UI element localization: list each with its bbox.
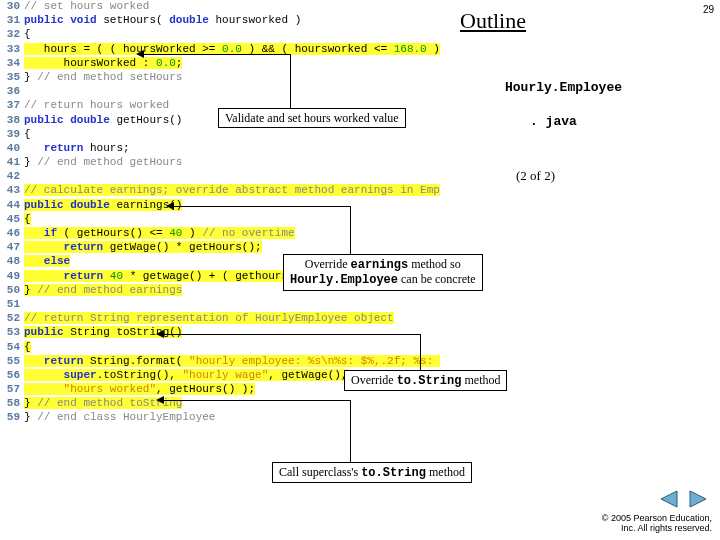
callout-text: can be concrete [398,272,476,286]
code-text: hoursWorked : 0.0; [24,57,182,69]
code-text: { [24,28,31,40]
code-text: return String.format( "hourly employee: … [24,355,486,367]
code-line: 54{ [0,341,440,355]
line-number: 33 [0,43,24,55]
arrow-head-icon [136,50,144,58]
code-line: 51 [0,298,440,312]
callout-arrow [350,206,351,254]
file-extension-label: . java [530,114,577,129]
callout-text: Override [305,257,351,271]
line-number: 56 [0,369,24,381]
code-text: super.toString(), "hourly wage", getWage… [24,369,348,381]
code-line: 32{ [0,28,440,42]
line-number: 51 [0,298,24,310]
code-line: 36 [0,85,440,99]
code-line: 59} // end class HourlyEmployee [0,411,440,425]
slide-number: 29 [703,4,714,15]
code-text: "hours worked", getHours() ); [24,383,255,395]
line-number: 36 [0,85,24,97]
code-text: // return hours worked [24,99,169,111]
code-text: if ( getHours() <= 40 ) // no overtime [24,227,295,239]
callout-arrow [140,54,290,55]
page-indicator: (2 of 2) [516,168,555,184]
callout-validate-hours: Validate and set hours worked value [218,108,406,128]
line-number: 39 [0,128,24,140]
next-slide-icon[interactable] [688,489,710,509]
callout-text: method so [408,257,461,271]
copyright-line: © 2005 Pearson Education, [602,513,712,523]
line-number: 30 [0,0,24,12]
code-text: { [24,341,31,353]
line-number: 35 [0,71,24,83]
code-line: 52// return String representation of Hou… [0,312,440,326]
line-number: 55 [0,355,24,367]
callout-override-tostring: Override to.String method [344,370,507,391]
line-number: 52 [0,312,24,324]
code-line: 35} // end method setHours [0,71,440,85]
class-name-label: Hourly.Employee [505,80,622,95]
svg-marker-0 [661,491,677,507]
code-text: public double getHours() [24,114,182,126]
callout-arrow [290,54,291,108]
callout-arrow [160,400,350,401]
code-line: 39{ [0,128,440,142]
line-number: 53 [0,326,24,338]
callout-arrow [170,206,350,207]
line-number: 57 [0,383,24,395]
arrow-head-icon [166,202,174,210]
line-number: 31 [0,14,24,26]
code-line: 34 hoursWorked : 0.0; [0,57,440,71]
copyright: © 2005 Pearson Education, Inc. All right… [602,514,712,534]
line-number: 43 [0,184,24,196]
code-text: return hours; [24,142,130,154]
callout-text: Call superclass's [279,465,361,479]
code-text: } // end method earnings [24,284,182,296]
line-number: 49 [0,270,24,282]
prev-slide-icon[interactable] [657,489,679,509]
line-number: 47 [0,241,24,253]
line-number: 44 [0,199,24,211]
line-number: 37 [0,99,24,111]
callout-text: Validate and set hours worked value [225,111,399,125]
callout-text: method [461,373,500,387]
outline-title: Outline [460,8,526,34]
line-number: 59 [0,411,24,423]
callout-arrow [420,334,421,370]
svg-marker-1 [690,491,706,507]
line-number: 32 [0,28,24,40]
code-line: 42 [0,170,440,184]
code-line: 45{ [0,213,440,227]
code-text: // set hours worked [24,0,149,12]
line-number: 48 [0,255,24,267]
line-number: 38 [0,114,24,126]
callout-code: earnings [351,258,409,272]
code-line: 30// set hours worked [0,0,440,14]
code-text: } // end method setHours [24,71,182,83]
callout-code: Hourly.Employee [290,273,398,287]
code-text: { [24,128,31,140]
line-number: 40 [0,142,24,154]
line-number: 34 [0,57,24,69]
code-text: hours = ( ( hoursWorked >= 0.0 ) && ( ho… [24,43,466,55]
line-number: 50 [0,284,24,296]
code-line: 40 return hours; [0,142,440,156]
arrow-head-icon [156,330,164,338]
code-text: public double earnings() [24,199,182,211]
callout-code: to.String [361,466,426,480]
code-text: // calculate earnings; override abstract… [24,184,473,196]
callout-text: method [426,465,465,479]
code-line: 43// calculate earnings; override abstra… [0,184,440,198]
callout-arrow [160,334,420,335]
copyright-line: Inc. All rights reserved. [621,523,712,533]
code-text: } // end class HourlyEmployee [24,411,215,423]
code-text: return getWage() * getHours(); [24,241,262,253]
line-number: 58 [0,397,24,409]
code-line: 46 if ( getHours() <= 40 ) // no overtim… [0,227,440,241]
code-line: 31public void setHours( double hourswork… [0,14,440,28]
arrow-head-icon [156,396,164,404]
code-text: } // end method getHours [24,156,182,168]
code-text: { [24,213,31,225]
callout-code: to.String [397,374,462,388]
code-line: 41} // end method getHours [0,156,440,170]
code-listing: 30// set hours worked31public void setHo… [0,0,440,426]
